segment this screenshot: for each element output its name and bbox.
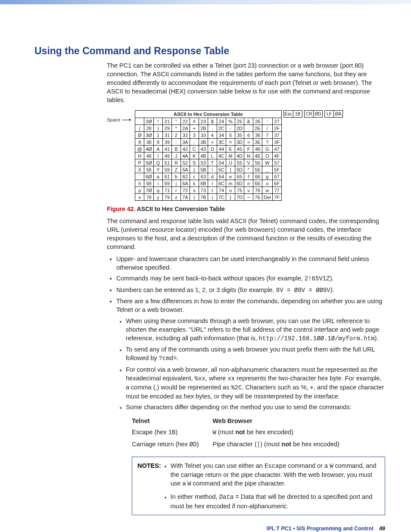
special-keys: Esc1BCRØDLFØA: [283, 110, 343, 118]
footer-page-number: 49: [379, 526, 385, 532]
code-inline: %2C: [231, 384, 242, 391]
list-item: Some characters differ depending on the …: [126, 403, 385, 411]
arrow-icon: [122, 120, 131, 120]
special-key-pair: Esc1B: [283, 110, 303, 118]
special-key-pair: CRØD: [304, 110, 323, 118]
ascii-hex-table: ASCII to Hex Conversion Table 2Ø!21"22#2…: [135, 110, 281, 201]
cmp-header-web: Web Browser: [212, 416, 353, 427]
special-key-pair: LFØA: [324, 110, 343, 118]
table-title: ASCII to Hex Conversion Table: [135, 111, 281, 118]
table-row: x78y79z7A{7B|7C}7D~7EDel7F: [135, 194, 281, 201]
list-item: Numbers can be entered as 1, 2, or 3 dig…: [116, 286, 385, 295]
cmp-header-telnet: Telnet: [132, 416, 212, 427]
conversion-tables: ASCII to Hex Conversion Table 2Ø!21"22#2…: [135, 110, 343, 201]
list-item: Commands may be sent back-to-back withou…: [116, 274, 385, 283]
top-accent-bar: [0, 0, 411, 4]
space-text: Space: [107, 117, 120, 122]
list-item: For control via a web browser, all non-a…: [126, 365, 385, 401]
intro-paragraph: The PC1 can be controlled via either a T…: [107, 61, 385, 104]
conversion-table-wrap: Space ASCII to Hex Conversion Table 2Ø!2…: [107, 110, 385, 201]
content-area: Using the Command and Response Table The…: [0, 45, 411, 515]
sub-bullet-list: When using these commands through a web …: [116, 317, 385, 411]
list-item: In either method, Data = Data that will …: [171, 492, 380, 510]
code-inline: %xx: [195, 375, 206, 382]
table-row: @4ØA41B42C43D44E45F46G47: [135, 146, 281, 152]
table-row: H48I49J4AK4BL4CM4DN4EO4F: [135, 152, 281, 159]
code-inline: http://192.168.1ØØ.1Ø/myform.htm: [259, 335, 375, 342]
code-inline: ?cmd=: [159, 355, 177, 362]
table-row: X58Y59Z5A[5B\5C]5D^5E_5F: [135, 166, 281, 173]
list-item: Upper- and lowercase characters can be u…: [116, 255, 385, 272]
notes-label: NOTES:: [137, 461, 161, 510]
table-row: 2Ø!21"22#23$24%25&26'27: [135, 118, 281, 125]
body-indent: The PC1 can be controlled via either a T…: [107, 61, 385, 515]
table-row: Carriage return (hex ØD) Pipe character …: [132, 439, 353, 451]
table-row: (28)29*2A+2B,2C-2D.2E/2F: [135, 125, 281, 132]
figure-caption: Figure 42. ASCII to Hex Conversion Table: [107, 205, 385, 213]
paragraph-2: The command and response table lists val…: [107, 217, 385, 251]
notes-list: With Telnet you can use either an Escape…: [164, 461, 380, 510]
figure-title: ASCII to Hex Conversion Table: [135, 205, 225, 212]
footer-section: IPL T PC1 • SIS Programming and Control: [267, 526, 374, 532]
figure-ascii-hex: Space ASCII to Hex Conversion Table 2Ø!2…: [107, 110, 385, 201]
table-row: h68i69j6Ak6Bl6Cm6Dn6Eo6F: [135, 180, 281, 187]
page-title: Using the Command and Response Table: [34, 45, 385, 57]
list-item: To send any of the commands using a web …: [126, 345, 385, 363]
list-item: There are a few differences in how to en…: [116, 297, 385, 515]
list-item: When using these commands through a web …: [126, 317, 385, 343]
table-row: P5ØQ51R52S53T54U55V56W57: [135, 159, 281, 166]
notes-box: NOTES: With Telnet you can use either an…: [132, 457, 385, 515]
table-row: p7Øq71r72s73t74u75v76w77: [135, 187, 281, 194]
table-row: `6Øa61b62c63d64e65f66g67: [135, 173, 281, 180]
table-row: Escape (hex 1B) W (must not be hex encod…: [132, 427, 353, 439]
table-row: 838939:3A;3B<3C=3D>3E?3F: [135, 139, 281, 146]
bullet-list: Upper- and lowercase characters can be u…: [107, 255, 385, 515]
page-footer: IPL T PC1 • SIS Programming and Control …: [267, 526, 385, 532]
comparison-table: Telnet Web Browser Escape (hex 1B) W (mu…: [132, 416, 385, 451]
page: Using the Command and Response Table The…: [0, 0, 411, 532]
code-inline: 8V = Ø8V = ØØ8V: [276, 287, 330, 294]
space-label: Space: [107, 117, 131, 122]
table-row: Ø3Ø131232333434535636737: [135, 132, 281, 139]
code-inline: xx: [227, 375, 235, 382]
list-item: With Telnet you can use either an Escape…: [171, 461, 380, 488]
figure-label: Figure 42.: [107, 205, 135, 212]
code-inline: 2!65V1Z: [305, 275, 330, 282]
